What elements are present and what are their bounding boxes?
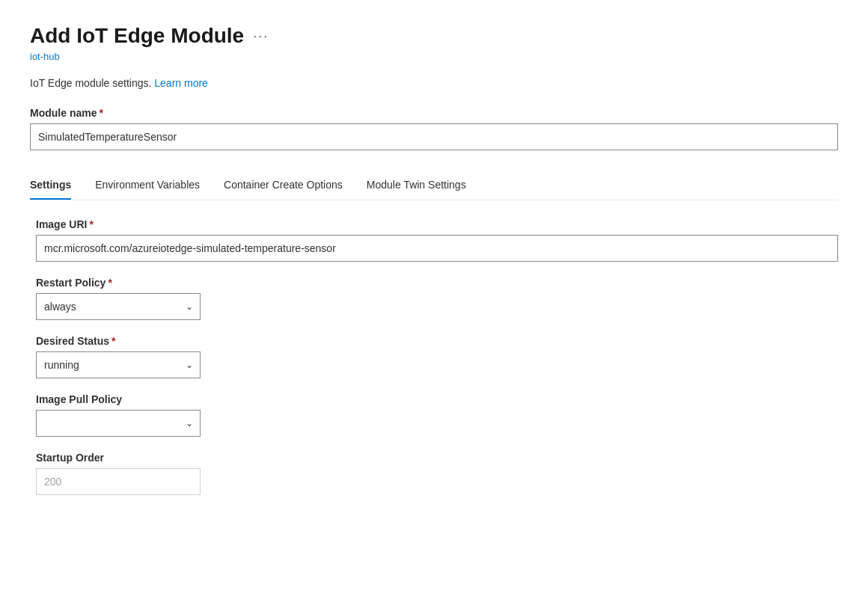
image-pull-policy-wrapper: on-create never ⌄ (36, 410, 201, 437)
image-uri-required: * (89, 218, 93, 230)
module-name-input[interactable] (30, 123, 838, 150)
description-static: IoT Edge module settings. (30, 77, 151, 89)
tab-container-create-options[interactable]: Container Create Options (224, 171, 343, 200)
module-name-section: Module name* (30, 107, 838, 150)
restart-policy-label: Restart Policy* (36, 277, 838, 289)
image-pull-policy-select[interactable]: on-create never (36, 410, 201, 437)
image-pull-policy-section: Image Pull Policy on-create never ⌄ (36, 393, 838, 437)
restart-policy-section: Restart Policy* always never on-failure … (36, 277, 838, 320)
image-pull-policy-label: Image Pull Policy (36, 393, 838, 405)
restart-policy-select[interactable]: always never on-failure on-unhealthy (36, 293, 201, 320)
tab-settings[interactable]: Settings (30, 171, 71, 200)
ellipsis-menu[interactable]: ··· (253, 28, 269, 44)
desired-status-select[interactable]: running stopped (36, 351, 201, 378)
startup-order-input[interactable] (36, 468, 201, 495)
learn-more-link[interactable]: Learn more (154, 77, 208, 89)
module-name-label: Module name* (30, 107, 838, 119)
tab-module-twin-settings[interactable]: Module Twin Settings (367, 171, 466, 200)
startup-order-label: Startup Order (36, 452, 838, 464)
subtitle: iot-hub (30, 51, 838, 62)
desired-status-section: Desired Status* running stopped ⌄ (36, 335, 838, 378)
image-uri-label: Image URI* (36, 218, 838, 230)
startup-order-section: Startup Order (36, 452, 838, 495)
desired-status-label: Desired Status* (36, 335, 838, 347)
restart-policy-wrapper: always never on-failure on-unhealthy ⌄ (36, 293, 201, 320)
page-title-text: Add IoT Edge Module (30, 24, 244, 48)
restart-policy-required: * (108, 277, 111, 289)
required-indicator: * (99, 107, 103, 119)
desired-status-wrapper: running stopped ⌄ (36, 351, 201, 378)
page-title: Add IoT Edge Module ··· (30, 24, 838, 48)
image-uri-input[interactable] (36, 235, 838, 262)
tabs-container: Settings Environment Variables Container… (30, 171, 838, 200)
image-uri-section: Image URI* (36, 218, 838, 262)
desired-status-required: * (111, 335, 115, 347)
description-text: IoT Edge module settings. Learn more (30, 77, 838, 89)
tab-environment-variables[interactable]: Environment Variables (95, 171, 200, 200)
settings-content: Image URI* Restart Policy* always never … (30, 218, 838, 495)
